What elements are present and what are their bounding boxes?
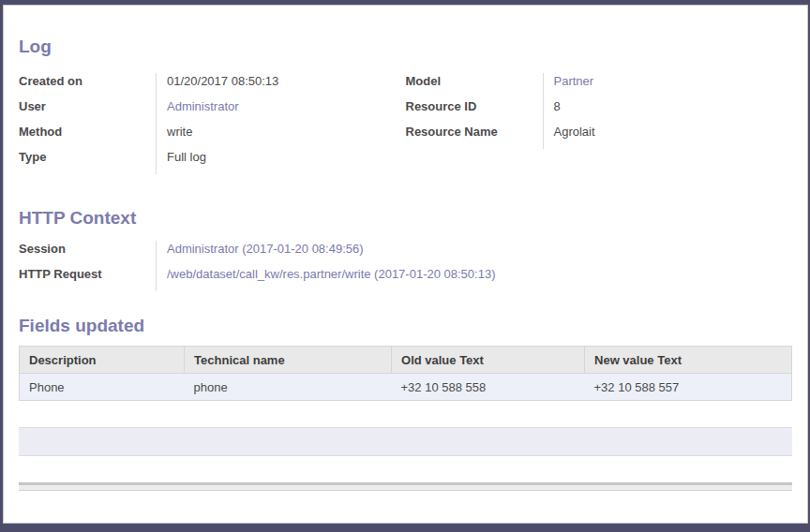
field-value-type: Full log	[156, 149, 406, 174]
empty-footer-row	[19, 427, 792, 456]
table-header-row: Description Technical name Old value Tex…	[20, 347, 792, 374]
field-value-model: Partner	[543, 73, 793, 98]
field-label-type: Type	[19, 149, 156, 165]
field-label-model: Model	[406, 73, 543, 89]
field-value-resource-id: 8	[543, 98, 793, 124]
session-link[interactable]: Administrator (2017-01-20 08:49:56)	[167, 242, 364, 256]
column-header-description[interactable]: Description	[20, 347, 185, 374]
cell-technical-name: phone	[185, 374, 392, 401]
field-row-resource-id: Resource ID 8	[406, 98, 793, 124]
cell-description: Phone	[20, 374, 185, 401]
field-row-session: Session Administrator (2017-01-20 08:49:…	[19, 241, 792, 266]
log-fields-left-column: Created on 01/20/2017 08:50:13 User Admi…	[19, 73, 406, 174]
field-row-http-request: HTTP Request /web/dataset/call_kw/res.pa…	[19, 266, 792, 291]
field-row-resource-name: Resource Name Agrolait	[406, 124, 793, 149]
fields-updated-table: Description Technical name Old value Tex…	[19, 346, 792, 401]
fields-updated-section-title: Fields updated	[19, 316, 792, 336]
field-label-resource-id: Resource ID	[406, 98, 543, 114]
field-value-resource-name: Agrolait	[543, 124, 793, 149]
field-label-session: Session	[19, 241, 156, 257]
field-row-user: User Administrator	[19, 98, 406, 124]
field-value-method: write	[156, 124, 406, 149]
fields-updated-table-head: Description Technical name Old value Tex…	[20, 347, 792, 374]
column-header-old-value-text[interactable]: Old value Text	[392, 347, 585, 374]
log-form-panel: Log Created on 01/20/2017 08:50:13 User …	[3, 5, 808, 524]
field-label-method: Method	[19, 124, 156, 140]
user-link[interactable]: Administrator	[167, 99, 239, 113]
field-label-resource-name: Resource Name	[406, 124, 543, 140]
field-value-user: Administrator	[156, 98, 406, 124]
fields-updated-table-body: Phone phone +32 10 588 558 +32 10 588 55…	[20, 374, 792, 401]
log-fields-grid: Created on 01/20/2017 08:50:13 User Admi…	[19, 73, 792, 174]
cell-new-value: +32 10 588 557	[585, 374, 792, 401]
log-section-title: Log	[19, 37, 792, 57]
horizontal-scrollbar[interactable]	[19, 482, 792, 491]
http-context-section-title: HTTP Context	[19, 208, 792, 229]
field-label-http-request: HTTP Request	[19, 266, 156, 282]
field-value-http-request: /web/dataset/call_kw/res.partner/write (…	[156, 266, 792, 291]
column-header-technical-name[interactable]: Technical name	[185, 347, 392, 374]
field-value-created-on: 01/20/2017 08:50:13	[156, 73, 406, 98]
model-link[interactable]: Partner	[554, 74, 594, 88]
field-value-session: Administrator (2017-01-20 08:49:56)	[156, 241, 792, 266]
column-header-new-value-text[interactable]: New value Text	[585, 347, 792, 374]
log-fields-right-column: Model Partner Resource ID 8 Resource Nam…	[406, 73, 793, 174]
field-row-model: Model Partner	[406, 73, 793, 98]
field-row-method: Method write	[19, 124, 406, 149]
cell-old-value: +32 10 588 558	[392, 374, 585, 401]
field-label-created-on: Created on	[19, 73, 156, 89]
http-request-link[interactable]: /web/dataset/call_kw/res.partner/write (…	[167, 267, 495, 281]
field-row-type: Type Full log	[19, 149, 406, 174]
http-context-fields: Session Administrator (2017-01-20 08:49:…	[19, 241, 792, 291]
field-label-user: User	[19, 98, 156, 114]
field-row-created-on: Created on 01/20/2017 08:50:13	[19, 73, 406, 98]
table-row-phone[interactable]: Phone phone +32 10 588 558 +32 10 588 55…	[20, 374, 792, 401]
